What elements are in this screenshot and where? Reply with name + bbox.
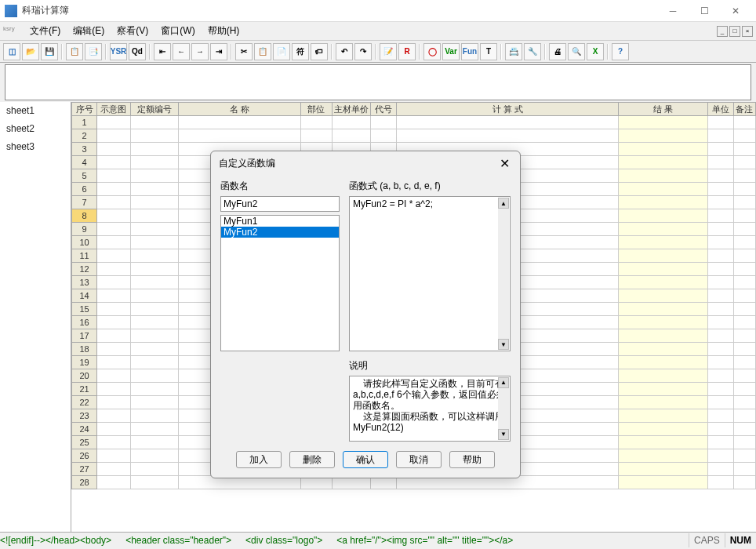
grid-cell[interactable] (619, 183, 707, 196)
grid-cell[interactable] (131, 436, 179, 449)
grid-cell[interactable] (619, 449, 707, 463)
grid-cell[interactable] (131, 289, 179, 303)
grid-cell[interactable] (97, 209, 131, 223)
menu-item[interactable]: 编辑(E) (67, 21, 111, 41)
grid-cell[interactable] (708, 276, 734, 289)
scroll-down-icon[interactable]: ▼ (498, 429, 509, 440)
toolbar-cut-button[interactable]: ✂ (235, 43, 253, 60)
row-header[interactable]: 25 (71, 436, 97, 449)
formula-bar[interactable] (5, 64, 751, 100)
grid-cell[interactable] (708, 236, 734, 249)
grid-cell[interactable] (708, 356, 734, 369)
grid-cell[interactable] (619, 463, 707, 476)
scroll-up-icon[interactable]: ▲ (498, 377, 509, 388)
grid-cell[interactable] (131, 356, 179, 369)
grid-cell[interactable] (734, 303, 756, 316)
grid-cell[interactable] (619, 276, 707, 289)
scroll-down-icon[interactable]: ▼ (498, 339, 509, 350)
toolbar-save-button[interactable]: 💾 (41, 43, 58, 60)
grid-cell[interactable] (97, 316, 131, 329)
row-header[interactable]: 23 (71, 409, 97, 423)
grid-cell[interactable] (619, 383, 707, 396)
grid-cell[interactable] (619, 476, 707, 489)
grid-cell[interactable] (708, 169, 734, 183)
grid-cell[interactable] (619, 343, 707, 356)
grid-cell[interactable] (708, 249, 734, 263)
grid-cell[interactable] (619, 129, 707, 143)
toolbar-help-button[interactable]: ? (612, 43, 629, 60)
grid-cell[interactable] (619, 436, 707, 449)
grid-cell[interactable] (131, 209, 179, 223)
grid-cell[interactable] (131, 449, 179, 463)
maximize-button[interactable]: ☐ (689, 2, 720, 20)
row-header[interactable]: 16 (71, 316, 97, 329)
row-header[interactable]: 22 (71, 396, 97, 409)
grid-cell[interactable] (131, 343, 179, 356)
mdi-restore[interactable]: □ (729, 26, 740, 37)
fn-list[interactable]: MyFun1MyFun2 (220, 215, 340, 351)
add-button[interactable]: 加入 (236, 451, 282, 468)
grid-cell[interactable] (708, 143, 734, 156)
minimize-button[interactable]: ─ (657, 2, 689, 20)
grid-cell[interactable] (371, 116, 397, 129)
row-header[interactable]: 14 (71, 289, 97, 303)
grid-cell[interactable] (734, 409, 756, 423)
row-header[interactable]: 15 (71, 303, 97, 316)
grid-cell[interactable] (333, 116, 371, 129)
toolbar-first-button[interactable]: ⇤ (154, 43, 171, 60)
grid-cell[interactable] (734, 129, 756, 143)
grid-cell[interactable] (619, 329, 707, 343)
toolbar-new-button[interactable]: ◫ (3, 43, 20, 60)
toolbar-open-button[interactable]: 📂 (22, 43, 39, 60)
grid-cell[interactable] (619, 209, 707, 223)
close-button[interactable]: ✕ (720, 2, 751, 20)
row-header[interactable]: 8 (71, 209, 97, 223)
grid-cell[interactable] (97, 383, 131, 396)
menu-item[interactable]: 帮助(H) (202, 21, 246, 41)
grid-cell[interactable] (97, 476, 131, 489)
grid-cell[interactable] (131, 223, 179, 236)
toolbar-symbol-button[interactable]: 符 (292, 43, 309, 60)
column-header[interactable]: 主材单价 (333, 102, 371, 116)
grid-cell[interactable] (734, 356, 756, 369)
grid-cell[interactable] (734, 436, 756, 449)
row-header[interactable]: 5 (71, 169, 97, 183)
grid-cell[interactable] (708, 329, 734, 343)
expr-textarea[interactable]: MyFun2 = PI * a^2; ▲ ▼ (349, 196, 511, 351)
grid-cell[interactable] (734, 396, 756, 409)
toolbar-copy-button[interactable]: 📋 (254, 43, 271, 60)
grid-cell[interactable] (131, 316, 179, 329)
toolbar-paste-button[interactable]: 📄 (273, 43, 290, 60)
toolbar-copy-sheet-button[interactable]: 📋 (66, 43, 83, 60)
fn-list-item[interactable]: MyFun1 (221, 216, 339, 227)
ok-button[interactable]: 确认 (343, 451, 388, 468)
row-header[interactable]: 1 (71, 116, 97, 129)
grid-cell[interactable] (397, 129, 619, 143)
grid-cell[interactable] (97, 156, 131, 169)
dialog-close-button[interactable]: ✕ (496, 155, 512, 171)
grid-cell[interactable] (97, 303, 131, 316)
grid-cell[interactable] (734, 423, 756, 436)
grid-cell[interactable] (97, 329, 131, 343)
row-header[interactable]: 2 (71, 129, 97, 143)
grid-cell[interactable] (708, 263, 734, 276)
grid-cell[interactable] (97, 143, 131, 156)
grid-cell[interactable] (97, 129, 131, 143)
grid-cell[interactable] (734, 476, 756, 489)
toolbar-tag-button[interactable]: 🏷 (311, 43, 328, 60)
grid-cell[interactable] (131, 383, 179, 396)
grid-cell[interactable] (708, 303, 734, 316)
grid-cell[interactable] (708, 316, 734, 329)
grid-cell[interactable] (619, 316, 707, 329)
toolbar-card-button[interactable]: 📇 (505, 43, 522, 60)
fn-list-item[interactable]: MyFun2 (221, 227, 339, 238)
grid-cell[interactable] (619, 236, 707, 249)
column-header[interactable]: 序号 (71, 102, 97, 116)
column-header[interactable]: 定额编号 (131, 102, 179, 116)
grid-cell[interactable] (131, 276, 179, 289)
grid-cell[interactable] (619, 423, 707, 436)
row-header[interactable]: 11 (71, 249, 97, 263)
grid-cell[interactable] (619, 223, 707, 236)
desc-scrollbar[interactable]: ▲ ▼ (498, 377, 509, 440)
grid-cell[interactable] (708, 183, 734, 196)
